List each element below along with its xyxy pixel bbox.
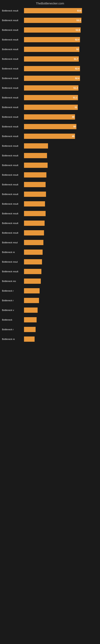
bar-label: Bottleneck re xyxy=(2,251,24,253)
bar-row: Bottleneck v xyxy=(2,306,98,314)
bar-value: 52.8 xyxy=(76,29,80,31)
bar-wrapper xyxy=(24,230,98,236)
bar-wrapper xyxy=(24,259,98,264)
bar-row: Bottleneck result52.8 xyxy=(2,26,98,34)
bar xyxy=(24,211,46,216)
bar-label: Bottleneck re xyxy=(2,338,24,340)
bar-wrapper xyxy=(24,201,98,206)
bar: 49 xyxy=(24,114,75,120)
bar-row: Bottleneck result xyxy=(2,142,98,150)
bar: 51 xyxy=(24,105,78,110)
bar-row: Bottleneck result52.4 xyxy=(2,75,98,82)
bar-wrapper: 51.3 xyxy=(24,85,98,90)
bar-wrapper: 49 xyxy=(24,114,98,120)
bar-wrapper: 49 xyxy=(24,134,98,139)
bar-value: 52.4 xyxy=(75,68,79,70)
bar-wrapper: 53.3 xyxy=(24,18,98,23)
bar-wrapper: 53.6 xyxy=(24,8,98,13)
bar: 53.6 xyxy=(24,8,82,13)
bar xyxy=(24,153,47,158)
bar-wrapper xyxy=(24,298,98,303)
bar-label: Bottleneck result xyxy=(2,193,24,196)
bar xyxy=(24,240,43,245)
bar xyxy=(24,162,48,168)
bar xyxy=(24,288,40,294)
bar-wrapper: 52 xyxy=(24,47,98,52)
bar-label: Bottleneck result xyxy=(2,145,24,147)
bar xyxy=(24,259,42,264)
bar-row: Bottleneck resul xyxy=(2,239,98,246)
bar-value: 53.6 xyxy=(77,10,81,12)
bar-wrapper xyxy=(24,211,98,216)
bar-label: Bottleneck resul xyxy=(2,241,24,244)
bar-row: Bottleneck result49 xyxy=(2,113,98,120)
bar-value: 51.3 xyxy=(74,87,78,89)
bar-value: 50 xyxy=(73,126,76,128)
bar-wrapper xyxy=(24,192,98,197)
bar-wrapper: 51 xyxy=(24,105,98,110)
bar-label: Bottleneck result xyxy=(2,270,24,273)
bar: 53.3 xyxy=(24,18,81,23)
bar-value: 51 xyxy=(75,106,77,108)
bar xyxy=(24,250,43,255)
bar xyxy=(24,327,36,332)
bar-row: Bottleneck xyxy=(2,316,98,324)
bar-label: Bottleneck result xyxy=(2,58,24,60)
bar-label: Bottleneck result xyxy=(2,164,24,166)
bar-wrapper: 52.8 xyxy=(24,27,98,32)
bar-label: Bottleneck result xyxy=(2,87,24,89)
bar-row: Bottleneck r xyxy=(2,287,98,294)
bar-label: Bottleneck v xyxy=(2,309,24,311)
bar-wrapper xyxy=(24,153,98,158)
bar-label: Bottleneck result xyxy=(2,232,24,234)
bar-row: Bottleneck result53.6 xyxy=(2,7,98,14)
bar-wrapper: 51.1 xyxy=(24,95,98,100)
bar-value: 51.1 xyxy=(73,96,77,99)
bar-label: Bottleneck r xyxy=(2,290,24,292)
bar-row: Bottleneck resul xyxy=(2,258,98,266)
bar-row: Bottleneck result xyxy=(2,162,98,169)
bar-row: Bottleneck result xyxy=(2,152,98,159)
bar-row: Bottleneck result52 xyxy=(2,46,98,53)
bar-wrapper: 50 xyxy=(24,124,98,129)
bar-label: Bottleneck result xyxy=(2,29,24,31)
bar-row: Bottleneck r xyxy=(2,326,98,333)
bar: 49 xyxy=(24,134,75,139)
bar xyxy=(24,143,48,148)
bar: 52.4 xyxy=(24,37,80,42)
bar: 51.7 xyxy=(24,56,79,62)
bar-wrapper xyxy=(24,278,98,284)
bar: 52.8 xyxy=(24,27,81,32)
bar-label: Bottleneck result xyxy=(2,222,24,224)
bar-label: Bottleneck result xyxy=(2,77,24,80)
bar-label: Bottleneck result xyxy=(2,38,24,41)
bar-row: Bottleneck result51.1 xyxy=(2,94,98,101)
bar-label: Bottleneck result xyxy=(2,183,24,186)
bar xyxy=(24,317,37,322)
bar-label: Bottleneck r xyxy=(2,328,24,331)
bar-label: Bottleneck result xyxy=(2,48,24,50)
bar-row: Bottleneck re xyxy=(2,248,98,256)
bar-wrapper xyxy=(24,172,98,178)
bar-value: 53.3 xyxy=(77,19,81,22)
bar-row: Bottleneck result53.3 xyxy=(2,17,98,24)
chart-container: Bottleneck result53.6Bottleneck result53… xyxy=(0,6,100,346)
bar-row: Bottleneck result50 xyxy=(2,123,98,130)
bar-row: Bottleneck result51 xyxy=(2,104,98,111)
bar: 50 xyxy=(24,124,76,129)
bar-label: Bottleneck result xyxy=(2,154,24,157)
bar-row: Bottleneck result xyxy=(2,268,98,275)
bar: 52 xyxy=(24,47,79,52)
bar-label: Bottleneck result xyxy=(2,116,24,118)
bar xyxy=(24,182,46,187)
bar-wrapper xyxy=(24,143,98,148)
bar-label: Bottleneck result xyxy=(2,68,24,70)
site-title: TheBottlenecker.com xyxy=(0,0,100,6)
bar-row: Bottleneck result xyxy=(2,171,98,178)
bar-wrapper xyxy=(24,317,98,322)
bar-wrapper xyxy=(24,308,98,313)
bar-row: Bottleneck re xyxy=(2,336,98,343)
bar xyxy=(24,172,47,178)
bar-value: 49 xyxy=(72,116,74,118)
bar-value: 49 xyxy=(72,135,74,138)
